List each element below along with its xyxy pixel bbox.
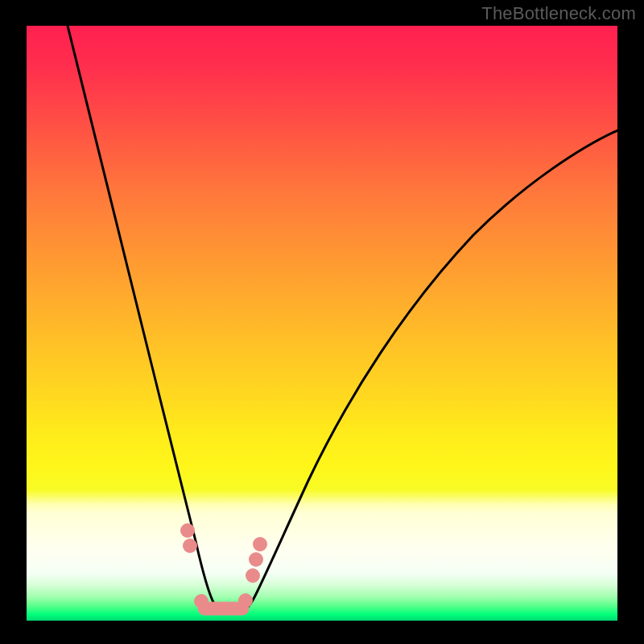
watermark-text: TheBottleneck.com bbox=[481, 3, 636, 24]
plot-area bbox=[27, 26, 617, 621]
marker-dot bbox=[194, 594, 208, 609]
marker-dot bbox=[249, 552, 263, 567]
chart-frame: TheBottleneck.com bbox=[0, 0, 644, 644]
marker-dot bbox=[183, 539, 197, 553]
bottleneck-curve-svg bbox=[27, 26, 617, 621]
marker-dot bbox=[253, 537, 267, 551]
bottleneck-curve bbox=[68, 26, 617, 612]
marker-dot bbox=[238, 593, 253, 608]
marker-dot bbox=[180, 523, 195, 538]
marker-dot bbox=[246, 568, 260, 583]
